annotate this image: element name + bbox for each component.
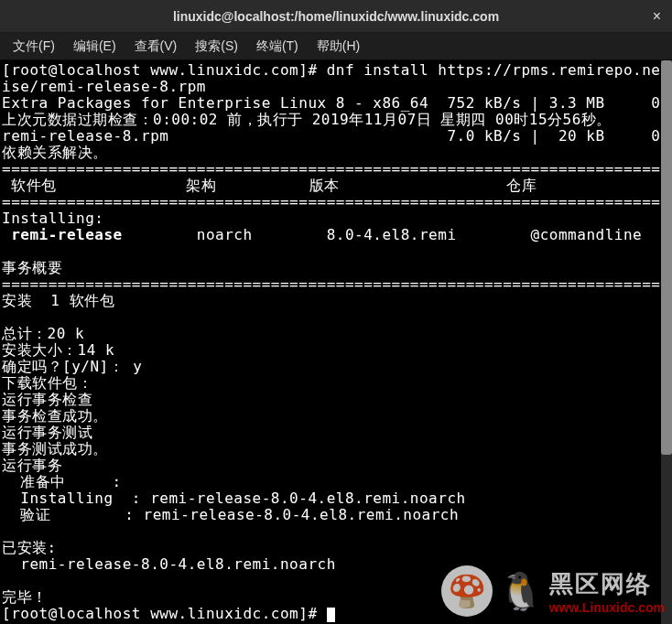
watermark: 🍄 🐧 黑区网络 www.Linuxidc.com: [441, 565, 665, 617]
terminal-line: 验证 : remi-release-8.0-4.el8.remi.noarch …: [2, 506, 661, 523]
terminal-line: 运行事务检查: [2, 391, 92, 408]
terminal-line: noarch 8.0-4.el8.remi @commandline 20 k: [123, 226, 661, 243]
terminal-line: 下载软件包：: [2, 374, 92, 392]
terminal-line: 上次元数据过期检查：0:00:02 前，执行于 2019年11月07日 星期四 …: [2, 111, 612, 128]
terminal-line: 运行事务测试: [2, 424, 92, 441]
terminal-line: 事务概要: [2, 259, 62, 276]
menu-edit[interactable]: 编辑(E): [64, 35, 125, 59]
terminal-line: remi-release-8.rpm 7.0 kB/s | 20 kB 00:0…: [2, 127, 661, 145]
terminal-line: [root@localhost www.linuxidc.com]# dnf i…: [2, 61, 661, 79]
window-title: linuxidc@localhost:/home/linuxidc/www.li…: [173, 9, 499, 24]
terminal-prompt: [root@localhost www.linuxidc.com]#: [2, 605, 327, 622]
terminal-output[interactable]: [root@localhost www.linuxidc.com]# dnf i…: [0, 60, 661, 624]
watermark-logo-icon: 🍄: [441, 565, 493, 617]
menu-terminal[interactable]: 终端(T): [247, 35, 308, 59]
titlebar: linuxidc@localhost:/home/linuxidc/www.li…: [0, 0, 672, 33]
menu-search[interactable]: 搜索(S): [186, 35, 247, 59]
terminal-line: ========================================…: [2, 275, 661, 293]
scrollbar-thumb[interactable]: [661, 60, 672, 455]
scrollbar[interactable]: [661, 60, 672, 624]
terminal-line: 确定吗？[y/N]： y: [2, 358, 142, 375]
penguin-icon: 🐧: [498, 573, 544, 609]
terminal-line: 安装 1 软件包: [2, 292, 114, 309]
watermark-cn: 黑区网络: [549, 568, 652, 600]
terminal-line: ========================================…: [2, 160, 661, 178]
terminal-line: ise/remi-release-8.rpm: [2, 78, 206, 95]
package-name: remi-release: [11, 226, 123, 243]
terminal-line: 已安装:: [2, 539, 57, 556]
menubar: 文件(F) 编辑(E) 查看(V) 搜索(S) 终端(T) 帮助(H): [0, 33, 672, 60]
watermark-en: www.Linuxidc.com: [549, 600, 665, 615]
menu-view[interactable]: 查看(V): [125, 35, 187, 59]
watermark-text: 黑区网络 www.Linuxidc.com: [549, 568, 665, 615]
terminal-line: [2, 226, 11, 243]
terminal-line: ========================================…: [2, 193, 661, 210]
menu-file[interactable]: 文件(F): [4, 35, 64, 59]
terminal-line: 依赖关系解决。: [2, 144, 108, 161]
terminal-line: 事务检查成功。: [2, 407, 108, 425]
terminal-line: 总计：20 k: [2, 325, 84, 342]
terminal-line: remi-release-8.0-4.el8.remi.noarch: [2, 555, 336, 573]
terminal-cursor: [327, 608, 335, 622]
terminal-line: Extra Packages for Enterprise Linux 8 - …: [2, 94, 661, 112]
close-icon[interactable]: ×: [653, 8, 661, 25]
terminal-wrapper: [root@localhost www.linuxidc.com]# dnf i…: [0, 60, 672, 624]
terminal-line: 事务测试成功。: [2, 440, 108, 457]
terminal-line: 准备中 : 1/1: [2, 473, 661, 490]
terminal-line: 运行事务: [2, 457, 62, 474]
terminal-line: 软件包 架构 版本 仓库 大小: [2, 177, 661, 194]
terminal-line: Installing:: [2, 210, 103, 227]
menu-help[interactable]: 帮助(H): [308, 35, 369, 59]
terminal-line: 安装大小：14 k: [2, 341, 114, 359]
terminal-line: Installing : remi-release-8.0-4.el8.remi…: [2, 490, 661, 507]
terminal-line: 完毕！: [2, 588, 48, 606]
